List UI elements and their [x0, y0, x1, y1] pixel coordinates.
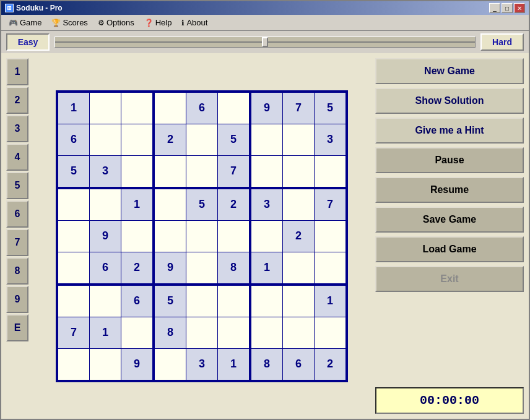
cell-6-5[interactable] — [218, 286, 249, 317]
cell-8-4[interactable]: 3 — [186, 349, 217, 380]
cell-1-5[interactable]: 5 — [218, 124, 249, 155]
number-btn-7[interactable]: 7 — [6, 229, 28, 256]
cell-7-2[interactable] — [121, 317, 152, 348]
cell-5-2[interactable]: 2 — [121, 252, 152, 283]
number-btn-9[interactable]: 9 — [6, 286, 28, 313]
cell-7-0[interactable]: 7 — [58, 317, 89, 348]
minimize-button[interactable]: _ — [489, 3, 500, 13]
cell-2-2[interactable] — [121, 156, 152, 187]
number-btn-E[interactable]: E — [6, 314, 28, 341]
give-hint-button[interactable]: Give me a Hint — [375, 118, 524, 144]
cell-5-3[interactable]: 9 — [155, 252, 186, 283]
cell-1-7[interactable] — [283, 124, 314, 155]
cell-0-8[interactable]: 5 — [315, 93, 345, 124]
number-btn-2[interactable]: 2 — [6, 87, 28, 114]
cell-4-3[interactable] — [155, 221, 186, 252]
close-button[interactable]: ✕ — [514, 3, 525, 13]
cell-4-6[interactable] — [251, 221, 282, 252]
cell-7-3[interactable]: 8 — [155, 317, 186, 348]
cell-0-0[interactable]: 1 — [58, 93, 89, 124]
cell-0-6[interactable]: 9 — [251, 93, 282, 124]
cell-7-4[interactable] — [186, 317, 217, 348]
cell-2-4[interactable] — [186, 156, 217, 187]
cell-1-4[interactable] — [186, 124, 217, 155]
maximize-button[interactable]: □ — [502, 3, 513, 13]
cell-8-8[interactable]: 2 — [315, 349, 345, 380]
cell-4-5[interactable] — [218, 221, 249, 252]
cell-0-4[interactable]: 6 — [186, 93, 217, 124]
resume-button[interactable]: Resume — [375, 177, 524, 203]
cell-3-6[interactable]: 3 — [251, 189, 282, 220]
cell-8-0[interactable] — [58, 349, 89, 380]
cell-1-1[interactable] — [90, 124, 121, 155]
exit-button[interactable]: Exit — [375, 266, 524, 292]
cell-4-0[interactable] — [58, 221, 89, 252]
cell-4-2[interactable] — [121, 221, 152, 252]
cell-0-5[interactable] — [218, 93, 249, 124]
cell-3-8[interactable]: 7 — [315, 189, 345, 220]
difficulty-slider-track[interactable] — [54, 36, 476, 48]
cell-6-4[interactable] — [186, 286, 217, 317]
cell-4-7[interactable]: 2 — [283, 221, 314, 252]
cell-8-1[interactable] — [90, 349, 121, 380]
cell-6-2[interactable]: 6 — [121, 286, 152, 317]
cell-7-7[interactable] — [283, 317, 314, 348]
cell-7-6[interactable] — [251, 317, 282, 348]
cell-0-7[interactable]: 7 — [283, 93, 314, 124]
cell-6-0[interactable] — [58, 286, 89, 317]
menu-options[interactable]: ⚙ Options — [93, 17, 139, 28]
cell-5-4[interactable] — [186, 252, 217, 283]
cell-4-8[interactable] — [315, 221, 345, 252]
number-btn-4[interactable]: 4 — [6, 144, 28, 171]
cell-6-7[interactable] — [283, 286, 314, 317]
cell-2-5[interactable]: 7 — [218, 156, 249, 187]
number-btn-3[interactable]: 3 — [6, 115, 28, 142]
cell-1-8[interactable]: 3 — [315, 124, 345, 155]
cell-2-1[interactable]: 3 — [90, 156, 121, 187]
slider-thumb[interactable] — [262, 37, 268, 47]
menu-help[interactable]: ❓ Help — [139, 17, 177, 28]
number-btn-8[interactable]: 8 — [6, 257, 28, 285]
cell-3-7[interactable] — [283, 189, 314, 220]
show-solution-button[interactable]: Show Solution — [375, 88, 524, 114]
cell-6-3[interactable]: 5 — [155, 286, 186, 317]
cell-8-5[interactable]: 1 — [218, 349, 249, 380]
cell-1-2[interactable] — [121, 124, 152, 155]
cell-5-6[interactable]: 1 — [251, 252, 282, 283]
hard-button[interactable]: Hard — [480, 33, 524, 51]
cell-3-3[interactable] — [155, 189, 186, 220]
cell-2-8[interactable] — [315, 156, 345, 187]
cell-6-8[interactable]: 1 — [315, 286, 345, 317]
number-btn-5[interactable]: 5 — [6, 172, 28, 199]
cell-0-3[interactable] — [155, 93, 186, 124]
pause-button[interactable]: Pause — [375, 147, 524, 173]
cell-0-1[interactable] — [90, 93, 121, 124]
cell-8-2[interactable]: 9 — [121, 349, 152, 380]
menu-about[interactable]: ℹ About — [176, 17, 212, 28]
cell-0-2[interactable] — [121, 93, 152, 124]
cell-3-5[interactable]: 2 — [218, 189, 249, 220]
cell-8-3[interactable] — [155, 349, 186, 380]
cell-5-8[interactable] — [315, 252, 345, 283]
cell-8-6[interactable]: 8 — [251, 349, 282, 380]
number-btn-1[interactable]: 1 — [6, 58, 28, 85]
cell-3-1[interactable] — [90, 189, 121, 220]
menu-game[interactable]: 🎮 Game — [4, 17, 46, 28]
cell-3-2[interactable]: 1 — [121, 189, 152, 220]
cell-5-7[interactable] — [283, 252, 314, 283]
cell-6-1[interactable] — [90, 286, 121, 317]
cell-5-0[interactable] — [58, 252, 89, 283]
cell-2-6[interactable] — [251, 156, 282, 187]
cell-2-3[interactable] — [155, 156, 186, 187]
load-game-button[interactable]: Load Game — [375, 236, 524, 262]
cell-3-0[interactable] — [58, 189, 89, 220]
menu-scores[interactable]: 🏆 Scores — [46, 17, 92, 28]
cell-5-1[interactable]: 6 — [90, 252, 121, 283]
cell-1-6[interactable] — [251, 124, 282, 155]
save-game-button[interactable]: Save Game — [375, 207, 524, 233]
cell-1-0[interactable]: 6 — [58, 124, 89, 155]
cell-2-7[interactable] — [283, 156, 314, 187]
cell-7-1[interactable]: 1 — [90, 317, 121, 348]
cell-7-8[interactable] — [315, 317, 345, 348]
cell-7-5[interactable] — [218, 317, 249, 348]
